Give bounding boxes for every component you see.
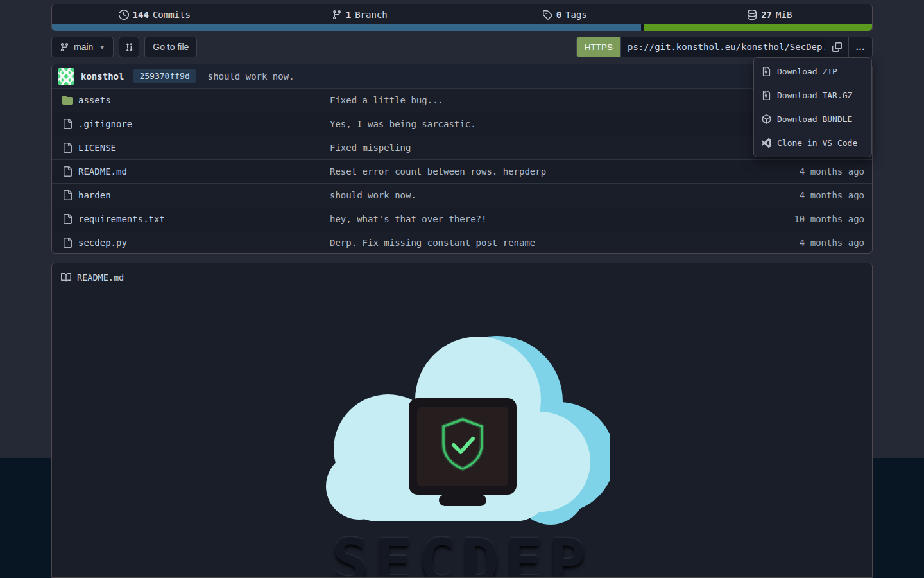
file-icon <box>62 238 73 248</box>
database-icon <box>747 10 757 20</box>
table-row: assets Fixed a little bug... <box>52 88 872 112</box>
readme-header: README.md <box>52 263 872 292</box>
clone-panel: HTTPS ps://git.konsthol.eu/konsthol/SecD… <box>576 37 873 57</box>
table-row: harden should work now. 4 months ago <box>52 183 872 207</box>
tags-label: Tags <box>565 10 587 20</box>
file-name: secdep.py <box>78 238 127 248</box>
file-age: 4 months ago <box>800 238 864 248</box>
table-row: secdep.py Derp. Fix missing constant pos… <box>52 231 872 254</box>
repo-stats-bar: 144 Commits 1 Branch 0 Tags 27 MiB <box>51 4 873 31</box>
tag-icon <box>542 10 552 20</box>
menu-item-download-bundle[interactable]: Download BUNDLE <box>754 107 871 131</box>
file-link[interactable]: harden <box>52 190 330 200</box>
size-count: 27 <box>761 10 772 20</box>
latest-commit-row: konsthol 259370ff9d should work now. <box>52 64 872 88</box>
avatar[interactable] <box>58 68 74 85</box>
table-row: .gitignore Yes, I was being sarcastic. <box>52 112 872 136</box>
secdep-cloud-logo <box>314 326 610 525</box>
file-commit-message[interactable]: should work now. <box>330 190 800 200</box>
file-commit-message[interactable]: hey, what's that over there?! <box>330 214 794 224</box>
book-icon <box>61 272 71 283</box>
file-commit-message[interactable]: Reset error count between rows. herpderp <box>330 166 800 177</box>
file-name: .gitignore <box>78 119 132 129</box>
history-icon <box>119 10 129 20</box>
file-name: assets <box>78 95 111 105</box>
file-name: README.md <box>78 166 127 177</box>
branches-count: 1 <box>346 10 351 20</box>
stat-tags[interactable]: 0 Tags <box>462 10 667 20</box>
file-icon <box>62 190 73 200</box>
branches-label: Branch <box>355 10 388 20</box>
folder-icon <box>62 95 73 105</box>
vscode-icon <box>762 138 771 148</box>
git-compare-icon <box>124 42 134 52</box>
readme-panel: README.md <box>51 263 873 578</box>
file-link[interactable]: secdep.py <box>52 238 330 248</box>
more-actions-button[interactable]: ... <box>848 37 872 57</box>
menu-item-label: Download TAR.GZ <box>777 91 852 100</box>
clone-url-input[interactable]: ps://git.konsthol.eu/konsthol/SecDep.git <box>620 37 825 57</box>
copy-icon <box>832 42 842 52</box>
copy-url-button[interactable] <box>825 37 848 57</box>
git-branch-icon <box>332 10 342 20</box>
file-commit-message[interactable]: Derp. Fix missing constant post rename <box>330 238 800 248</box>
menu-item-download-targz[interactable]: Download TAR.GZ <box>754 83 871 107</box>
commit-author[interactable]: konsthol <box>81 71 124 82</box>
files-table: konsthol 259370ff9d should work now. ass… <box>51 64 873 254</box>
language-stats-bar[interactable] <box>52 24 872 31</box>
menu-item-clone-vscode[interactable]: Clone in VS Code <box>754 131 871 155</box>
file-icon <box>62 166 73 177</box>
go-to-file-button[interactable]: Go to file <box>144 37 197 57</box>
size-label: MiB <box>776 10 792 20</box>
file-icon <box>62 119 73 129</box>
stat-branches[interactable]: 1 Branch <box>257 10 463 20</box>
file-age: 4 months ago <box>800 190 864 200</box>
file-age: 4 months ago <box>800 166 864 177</box>
commits-label: Commits <box>153 10 191 20</box>
https-protocol-button[interactable]: HTTPS <box>577 37 620 57</box>
stat-commits[interactable]: 144 Commits <box>52 10 257 20</box>
table-row: LICENSE Fixed mispeling <box>52 136 872 159</box>
file-name: requirements.txt <box>78 214 165 224</box>
file-link[interactable]: .gitignore <box>52 119 330 129</box>
tags-count: 0 <box>556 10 561 20</box>
language-segment-shell[interactable] <box>644 24 872 31</box>
commit-message[interactable]: should work now. <box>208 71 295 82</box>
menu-item-download-zip[interactable]: Download ZIP <box>754 60 871 83</box>
readme-content: SECDEP <box>52 292 872 578</box>
file-name: LICENSE <box>78 143 116 153</box>
ellipsis-icon: ... <box>856 42 866 52</box>
stat-size[interactable]: 27 MiB <box>667 10 873 20</box>
branch-selector[interactable]: main ▼ <box>51 37 114 57</box>
chevron-down-icon: ▼ <box>99 44 105 51</box>
zip-file-icon <box>762 91 771 100</box>
table-row: README.md Reset error count between rows… <box>52 159 872 183</box>
commits-count: 144 <box>133 10 149 20</box>
download-dropdown-menu: Download ZIP Download TAR.GZ Download BU… <box>753 57 872 157</box>
menu-item-label: Download ZIP <box>777 67 837 76</box>
file-link[interactable]: assets <box>52 95 330 105</box>
secdep-wordmark: SECDEP <box>332 526 593 578</box>
branch-name: main <box>74 42 93 52</box>
file-link[interactable]: README.md <box>52 166 330 177</box>
file-link[interactable]: LICENSE <box>52 143 330 153</box>
readme-title[interactable]: README.md <box>77 272 124 283</box>
go-to-file-label: Go to file <box>153 42 189 52</box>
package-icon <box>762 114 771 124</box>
table-row: requirements.txt hey, what's that over t… <box>52 207 872 231</box>
file-name: harden <box>78 190 111 200</box>
zip-file-icon <box>762 67 771 76</box>
git-branch-icon <box>60 42 69 52</box>
menu-item-label: Clone in VS Code <box>777 138 857 148</box>
commit-hash-badge[interactable]: 259370ff9d <box>133 69 196 83</box>
menu-item-label: Download BUNDLE <box>777 114 852 124</box>
file-link[interactable]: requirements.txt <box>52 214 330 224</box>
language-segment-python[interactable] <box>52 24 641 31</box>
file-age: 10 months ago <box>794 214 864 224</box>
compare-button[interactable] <box>119 37 139 57</box>
file-icon <box>62 143 73 153</box>
https-label: HTTPS <box>585 42 613 52</box>
repo-toolbar: main ▼ Go to file HTTPS ps://git.konstho… <box>51 37 873 57</box>
file-icon <box>62 214 73 224</box>
